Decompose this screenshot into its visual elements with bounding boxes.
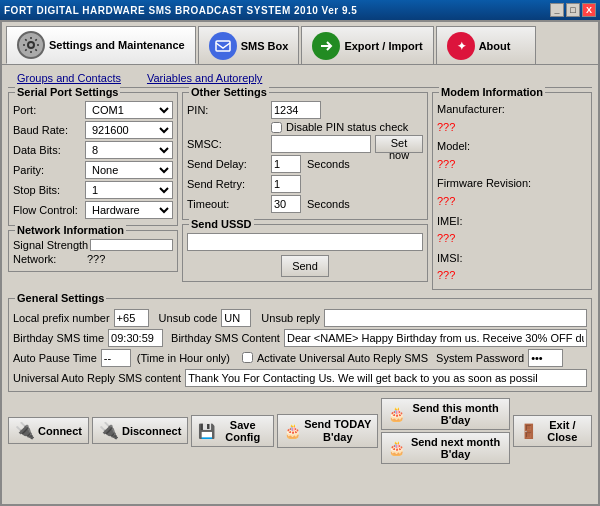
- baud-row: Baud Rate: 921600115200: [13, 121, 173, 139]
- modem-content: Manufacturer: ??? Model: ??? Firmware Re…: [437, 101, 587, 285]
- send-this-month-label: Send this month B'day: [408, 402, 502, 426]
- send-this-month-icon: 🎂: [388, 406, 405, 422]
- system-password-input[interactable]: [528, 349, 563, 367]
- send-next-month-label: Send next month B'day: [408, 436, 502, 460]
- pin-input[interactable]: [271, 101, 321, 119]
- save-config-icon: 💾: [198, 423, 215, 439]
- maximize-button[interactable]: □: [566, 3, 580, 17]
- tab-about[interactable]: ✦ About: [436, 26, 536, 64]
- connect-icon: 🔌: [15, 421, 35, 440]
- exit-close-label: Exit / Close: [540, 419, 585, 443]
- local-prefix-label: Local prefix number: [13, 312, 110, 324]
- local-prefix-input[interactable]: [114, 309, 149, 327]
- flowcontrol-label: Flow Control:: [13, 204, 83, 216]
- imei-value: ???: [437, 232, 455, 244]
- tab-export-label: Export / Import: [344, 40, 422, 52]
- flowcontrol-select[interactable]: HardwareSoftwareNone: [85, 201, 173, 219]
- baud-select[interactable]: 921600115200: [85, 121, 173, 139]
- port-select[interactable]: COM1COM2COM3: [85, 101, 173, 119]
- connect-button[interactable]: 🔌 Connect: [8, 417, 89, 444]
- exit-close-button[interactable]: 🚪 Exit / Close: [513, 415, 592, 447]
- disconnect-label: Disconnect: [122, 425, 181, 437]
- bottom-buttons: 🔌 Connect 🔌 Disconnect 💾 Save Config 🎂 S…: [8, 398, 592, 464]
- unsub-reply-input[interactable]: [324, 309, 587, 327]
- ussd-send-button[interactable]: Send: [281, 255, 329, 277]
- svg-point-0: [28, 42, 34, 48]
- send-delay-input[interactable]: [271, 155, 301, 173]
- send-retry-row: Send Retry:: [187, 175, 423, 193]
- ussd-content: Send: [187, 233, 423, 277]
- unsub-code-input[interactable]: [221, 309, 251, 327]
- universal-reply-label: Universal Auto Reply SMS content: [13, 372, 181, 384]
- flowcontrol-row: Flow Control: HardwareSoftwareNone: [13, 201, 173, 219]
- close-button[interactable]: X: [582, 3, 596, 17]
- activate-auto-reply-label: Activate Universal Auto Reply SMS: [257, 352, 428, 364]
- disable-pin-checkbox[interactable]: [271, 122, 282, 133]
- send-delay-unit: Seconds: [307, 158, 350, 170]
- other-settings-content: PIN: Disable PIN status check SMSC:: [187, 101, 423, 213]
- subtab-variables[interactable]: Variables and Autoreply: [138, 69, 271, 87]
- signal-label: Signal Strength: [13, 239, 88, 251]
- ussd-title: Send USSD: [189, 218, 254, 230]
- set-now-button[interactable]: Set now: [375, 135, 423, 153]
- firmware-row: Firmware Revision: ???: [437, 175, 587, 210]
- disconnect-button[interactable]: 🔌 Disconnect: [92, 417, 188, 444]
- auto-pause-hint: (Time in Hour only): [137, 352, 230, 364]
- disable-pin-row: Disable PIN status check: [187, 121, 423, 133]
- port-label: Port:: [13, 104, 83, 116]
- parity-row: Parity: NoneEvenOdd: [13, 161, 173, 179]
- general-settings-section: General Settings Local prefix number Uns…: [8, 298, 592, 392]
- parity-label: Parity:: [13, 164, 83, 176]
- title-bar-text: FORT DIGITAL HARDWARE SMS BROADCAST SYST…: [4, 5, 357, 16]
- tab-smsbox[interactable]: SMS Box: [198, 26, 300, 64]
- universal-reply-input[interactable]: [185, 369, 587, 387]
- send-today-bday-button[interactable]: 🎂 Send TODAY B'day: [277, 414, 378, 448]
- pin-row: PIN:: [187, 101, 423, 119]
- tab-export[interactable]: Export / Import: [301, 26, 433, 64]
- disable-pin-label: Disable PIN status check: [286, 121, 408, 133]
- model-value: ???: [437, 158, 455, 170]
- ussd-input[interactable]: [187, 233, 423, 251]
- imsi-row: IMSI: ???: [437, 250, 587, 285]
- serial-port-title: Serial Port Settings: [15, 86, 120, 98]
- subtab-groups[interactable]: Groups and Contacts: [8, 69, 130, 87]
- network-label: Network:: [13, 253, 85, 265]
- tab-settings[interactable]: Settings and Maintenance: [6, 26, 196, 64]
- timeout-input[interactable]: [271, 195, 301, 213]
- databits-label: Data Bits:: [13, 144, 83, 156]
- save-config-button[interactable]: 💾 Save Config: [191, 415, 274, 447]
- exit-close-icon: 🚪: [520, 423, 537, 439]
- birthday-content-input[interactable]: [284, 329, 587, 347]
- stopbits-row: Stop Bits: 12: [13, 181, 173, 199]
- content-area: Groups and Contacts Variables and Autore…: [2, 65, 598, 497]
- modem-group: Modem Information Manufacturer: ??? Mode…: [432, 92, 592, 290]
- auto-pause-input[interactable]: [101, 349, 131, 367]
- parity-select[interactable]: NoneEvenOdd: [85, 161, 173, 179]
- connect-label: Connect: [38, 425, 82, 437]
- right-column: Modem Information Manufacturer: ??? Mode…: [432, 92, 592, 294]
- modem-title: Modem Information: [439, 86, 545, 98]
- send-retry-input[interactable]: [271, 175, 301, 193]
- send-today-bday-icon: 🎂: [284, 423, 301, 440]
- smsc-row: SMSC: Set now: [187, 135, 423, 153]
- minimize-button[interactable]: _: [550, 3, 564, 17]
- timeout-label: Timeout:: [187, 198, 267, 210]
- signal-bar: [90, 239, 173, 251]
- stopbits-select[interactable]: 12: [85, 181, 173, 199]
- databits-select[interactable]: 87: [85, 141, 173, 159]
- other-settings-title: Other Settings: [189, 86, 269, 98]
- imei-row: IMEI: ???: [437, 213, 587, 248]
- smsc-input[interactable]: [271, 135, 371, 153]
- birthday-sms-input[interactable]: [108, 329, 163, 347]
- serial-port-content: Port: COM1COM2COM3 Baud Rate: 9216001152…: [13, 101, 173, 219]
- network-group: Network Information Signal Strength Netw…: [8, 230, 178, 272]
- nav-bar: Settings and Maintenance SMS Box Export …: [2, 22, 598, 65]
- activate-auto-reply-checkbox[interactable]: [242, 352, 253, 363]
- svg-text:✦: ✦: [457, 40, 466, 52]
- send-next-month-button[interactable]: 🎂 Send next month B'day: [381, 432, 509, 464]
- network-row: Network: ???: [13, 253, 173, 265]
- send-this-month-button[interactable]: 🎂 Send this month B'day: [381, 398, 509, 430]
- port-row: Port: COM1COM2COM3: [13, 101, 173, 119]
- middle-column: Other Settings PIN: Disable PIN status c…: [182, 92, 428, 294]
- firmware-value: ???: [437, 195, 455, 207]
